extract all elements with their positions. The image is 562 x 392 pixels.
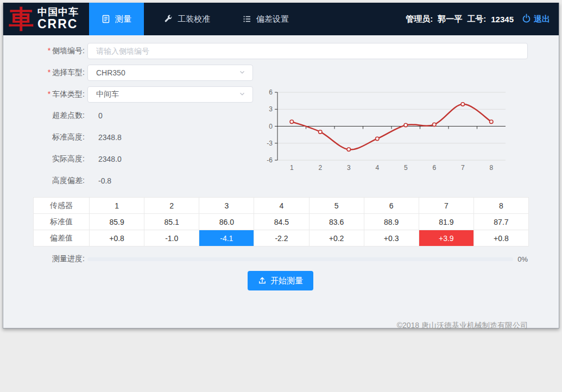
- required-asterisk: *: [48, 46, 50, 55]
- user-info: 管理员: 郭一平 工号: 12345 退出: [406, 3, 559, 35]
- table-row: 传感器12345678: [34, 198, 529, 214]
- upload-icon: [258, 276, 267, 286]
- copyright-text: ©2018 唐山沃德基业机械制造有限公司: [397, 321, 528, 330]
- table-cell: 4: [254, 198, 309, 214]
- svg-text:2: 2: [318, 164, 322, 172]
- table-cell: 85.1: [144, 214, 199, 230]
- logout-button[interactable]: 退出: [522, 14, 550, 24]
- selected-value: 中间车: [96, 90, 119, 99]
- svg-text:7: 7: [461, 164, 465, 172]
- required-asterisk: *: [48, 68, 50, 77]
- app-window: 車 中国中车 CRRC 测量 工装校准: [3, 3, 559, 328]
- svg-text:6: 6: [269, 88, 273, 96]
- table-cell: +3.9: [419, 230, 473, 246]
- table-cell: 86.0: [199, 214, 254, 230]
- table-cell: -2.2: [254, 230, 309, 246]
- svg-text:3: 3: [347, 164, 351, 172]
- tab-measure[interactable]: 测量: [89, 3, 144, 35]
- tab-tooling-calibration[interactable]: 工装校准: [151, 3, 223, 35]
- table-cell: 6: [364, 198, 419, 214]
- svg-text:0: 0: [269, 123, 273, 130]
- main-nav: 测量 工装校准 偏差设置: [89, 3, 301, 35]
- table-cell: +0.2: [309, 230, 364, 246]
- svg-text:3: 3: [269, 105, 273, 113]
- logout-label: 退出: [534, 14, 550, 24]
- worker-id: 12345: [491, 15, 514, 24]
- progress-track: [87, 257, 513, 261]
- table-cell: 84.5: [254, 214, 309, 230]
- document-icon: [102, 15, 110, 23]
- main-content: *侧墙编号: *选择车型: CHR350 *车体类型: 中间车: [3, 35, 559, 328]
- svg-text:4: 4: [375, 164, 379, 172]
- stat-label: 超差点数:: [33, 111, 85, 121]
- table-row: 标准值85.985.186.084.583.688.981.987.7: [34, 214, 529, 230]
- chevron-down-icon: [238, 68, 246, 78]
- tab-label: 工装校准: [178, 14, 210, 24]
- progress-label: 测量进度:: [33, 254, 85, 264]
- svg-text:6: 6: [432, 164, 436, 172]
- stat-value: -0.8: [87, 176, 111, 185]
- table-cell: 3: [199, 198, 254, 214]
- tab-label: 测量: [115, 14, 131, 24]
- app-header: 車 中国中车 CRRC 测量 工装校准: [3, 3, 559, 35]
- table-cell: 87.7: [473, 214, 528, 230]
- table-cell: 7: [419, 198, 473, 214]
- row-label: 传感器: [34, 198, 90, 214]
- svg-text:5: 5: [404, 164, 408, 172]
- stat-label: 实际高度:: [33, 154, 85, 164]
- field-label: 侧墙编号:: [52, 46, 85, 55]
- form-row-sidewall-number: *侧墙编号:: [33, 43, 528, 59]
- stat-label: 高度偏差:: [33, 176, 85, 186]
- field-label: 选择车型:: [52, 68, 85, 77]
- deviation-line-chart: 630-3-612345678: [256, 87, 538, 179]
- list-icon: [243, 15, 251, 23]
- carbody-type-select[interactable]: 中间车: [87, 86, 253, 103]
- table-cell: 1: [90, 198, 144, 214]
- row-label: 标准值: [34, 214, 90, 230]
- row-label: 偏差值: [34, 230, 90, 246]
- power-icon: [522, 14, 531, 24]
- table-cell: -1.0: [144, 230, 199, 246]
- table-cell: 88.9: [364, 214, 419, 230]
- user-role-label: 管理员:: [406, 14, 433, 24]
- footer: ©2018 唐山沃德基业机械制造有限公司: [33, 321, 528, 331]
- table-cell: 8: [473, 198, 528, 214]
- brand-name-cn: 中国中车: [37, 7, 79, 17]
- table-cell: +0.8: [473, 230, 528, 246]
- start-measure-button[interactable]: 开始测量: [248, 271, 313, 290]
- brand-name-en: CRRC: [37, 17, 79, 30]
- table-cell: 5: [309, 198, 364, 214]
- table-cell: +0.8: [90, 230, 144, 246]
- svg-text:-3: -3: [267, 140, 273, 147]
- user-name: 郭一平: [438, 14, 462, 24]
- progress-percent: 0%: [517, 255, 528, 263]
- start-measure-label: 开始测量: [270, 276, 303, 286]
- table-cell: 83.6: [309, 214, 364, 230]
- field-label: 车体类型:: [52, 90, 85, 98]
- crrc-logo-icon: 車: [9, 7, 34, 31]
- stat-value: 2348.0: [87, 155, 122, 163]
- stat-value: 2348.8: [87, 133, 122, 142]
- table-cell: 2: [144, 198, 199, 214]
- table-row: 偏差值+0.8-1.0-4.1-2.2+0.2+0.3+3.9+0.8: [34, 230, 529, 246]
- tab-label: 偏差设置: [256, 14, 289, 24]
- tab-deviation-settings[interactable]: 偏差设置: [230, 3, 301, 35]
- sidewall-number-input[interactable]: [87, 43, 528, 59]
- wrench-icon: [164, 15, 173, 23]
- selected-value: CHR350: [96, 68, 125, 77]
- svg-text:1: 1: [290, 164, 294, 172]
- chevron-down-icon: [238, 90, 246, 99]
- measure-progress: 测量进度: 0%: [33, 254, 528, 264]
- table-cell: +0.3: [364, 230, 419, 246]
- stat-value: 0: [87, 111, 103, 120]
- stat-label: 标准高度:: [33, 132, 85, 142]
- svg-text:8: 8: [489, 164, 493, 172]
- svg-text:-6: -6: [267, 156, 273, 164]
- form-row-train-model: *选择车型: CHR350: [33, 65, 528, 81]
- sensor-table: 传感器12345678标准值85.985.186.084.583.688.981…: [33, 197, 529, 246]
- table-cell: 81.9: [419, 214, 473, 230]
- brand-logo: 車 中国中车 CRRC: [3, 3, 89, 35]
- worker-id-label: 工号:: [467, 14, 486, 24]
- train-model-select[interactable]: CHR350: [87, 65, 253, 81]
- required-asterisk: *: [48, 90, 50, 98]
